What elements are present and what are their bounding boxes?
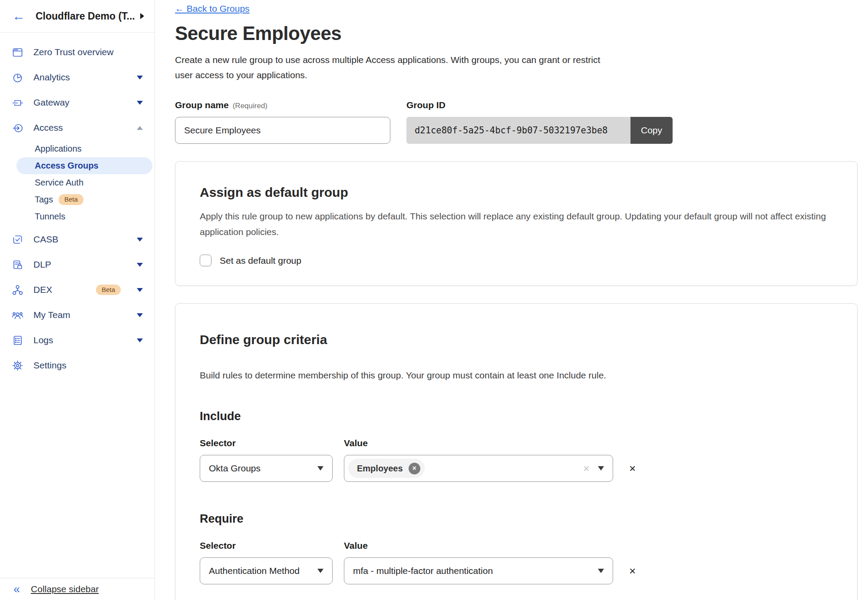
account-title: Cloudflare Demo (T... <box>36 10 140 22</box>
chevron-down-icon <box>137 288 143 292</box>
chevron-down-icon <box>317 466 323 471</box>
back-arrow-icon[interactable]: ← <box>12 10 25 23</box>
chevron-down-icon <box>137 338 143 342</box>
default-group-checkbox-row: Set as default group <box>200 255 833 266</box>
require-heading: Require <box>200 512 833 526</box>
group-id-group: d21ce80f-5a25-4bcf-9b07-5032197e3be8 Cop… <box>406 117 673 144</box>
chevron-down-icon <box>598 569 604 573</box>
group-name-input[interactable] <box>175 117 390 144</box>
sidebar: ← Cloudflare Demo (T... Zero Trust overv… <box>0 0 155 600</box>
require-rule-row: Selector Authentication Method Value mfa… <box>200 540 833 584</box>
remove-require-rule-icon[interactable]: × <box>629 565 636 577</box>
define-group-criteria-card: Define group criteria Build rules to det… <box>175 303 858 600</box>
sidebar-item-service-auth[interactable]: Service Auth <box>0 174 155 191</box>
chip-remove-icon[interactable]: × <box>409 463 420 474</box>
collapse-sidebar-button[interactable]: « Collapse sidebar <box>0 578 155 600</box>
multiselect-controls: × <box>583 463 604 474</box>
pie-chart-icon <box>12 72 23 83</box>
card-title: Define group criteria <box>200 332 833 347</box>
sidebar-item-access-groups[interactable]: Access Groups <box>17 157 152 174</box>
page-description: Create a new rule group to use across mu… <box>175 52 603 83</box>
card-title: Assign as default group <box>200 185 833 200</box>
sidebar-item-dlp[interactable]: DLP <box>0 252 155 277</box>
sidebar-item-tags[interactable]: Tags Beta <box>0 191 155 208</box>
sidebar-nav: Zero Trust overview Analytics Gateway Ac… <box>0 33 155 378</box>
back-to-groups-link[interactable]: ← Back to Groups <box>175 3 250 14</box>
people-icon <box>12 309 23 321</box>
sidebar-item-dex[interactable]: DEX Beta <box>0 277 155 302</box>
set-default-group-checkbox[interactable] <box>200 255 211 266</box>
require-selector-dropdown[interactable]: Authentication Method <box>200 557 333 584</box>
sidebar-item-my-team[interactable]: My Team <box>0 302 155 328</box>
document-lock-icon <box>12 259 23 271</box>
include-rule-row: Selector Okta Groups Value Employees × × <box>200 438 833 482</box>
card-description: Build rules to determine membership of t… <box>200 369 833 382</box>
network-molecule-icon <box>12 284 23 296</box>
require-value-dropdown[interactable]: mfa - multiple-factor authentication <box>344 557 613 584</box>
sidebar-header: ← Cloudflare Demo (T... <box>0 0 155 33</box>
chevron-down-icon <box>598 466 604 471</box>
required-hint: (Required) <box>233 102 267 110</box>
page-title: Secure Employees <box>175 23 863 44</box>
include-heading: Include <box>200 410 833 423</box>
chevron-down-icon <box>137 313 143 317</box>
chevron-down-icon <box>137 263 143 267</box>
sidebar-item-zero-trust-overview[interactable]: Zero Trust overview <box>0 40 155 65</box>
selector-label: Selector <box>200 540 333 551</box>
chevron-down-icon <box>137 101 143 105</box>
include-value-multiselect[interactable]: Employees × × <box>344 455 613 482</box>
access-submenu: Applications Access Groups Service Auth … <box>0 140 155 225</box>
assign-default-group-card: Assign as default group Apply this rule … <box>175 161 858 286</box>
chevron-right-icon[interactable] <box>140 13 144 19</box>
beta-badge: Beta <box>59 194 83 205</box>
sidebar-item-gateway[interactable]: Gateway <box>0 90 155 115</box>
chevron-down-icon <box>137 238 143 242</box>
sidebar-item-access[interactable]: Access <box>0 115 155 140</box>
employees-chip: Employees × <box>348 459 425 478</box>
access-login-icon <box>12 122 23 134</box>
sidebar-item-casb[interactable]: CASB <box>0 227 155 252</box>
gear-icon <box>12 360 23 371</box>
sidebar-item-applications[interactable]: Applications <box>0 140 155 157</box>
value-label: Value <box>344 540 613 551</box>
sidebar-item-tunnels[interactable]: Tunnels <box>0 208 155 225</box>
sidebar-item-settings[interactable]: Settings <box>0 353 155 378</box>
sidebar-item-analytics[interactable]: Analytics <box>0 65 155 90</box>
group-identity-row: Group name(Required) Group ID d21ce80f-5… <box>175 100 863 144</box>
beta-badge: Beta <box>96 285 121 295</box>
chevron-down-icon <box>137 76 143 80</box>
list-document-icon <box>12 335 23 346</box>
selector-label: Selector <box>200 438 333 448</box>
main-content: ← Back to Groups Secure Employees Create… <box>155 0 868 600</box>
checkbox-label: Set as default group <box>220 255 301 266</box>
group-id-value: d21ce80f-5a25-4bcf-9b07-5032197e3be8 <box>406 117 630 144</box>
browser-window-icon <box>12 46 23 58</box>
gateway-icon <box>12 97 23 109</box>
chevron-up-icon <box>137 126 143 130</box>
card-description: Apply this rule group to new application… <box>200 209 833 240</box>
include-selector-dropdown[interactable]: Okta Groups <box>200 455 333 482</box>
group-id-label: Group ID <box>406 100 673 110</box>
casb-sync-check-icon <box>12 234 23 245</box>
remove-include-rule-icon[interactable]: × <box>629 463 636 474</box>
collapse-chevrons-icon: « <box>13 583 20 595</box>
value-label: Value <box>344 438 613 448</box>
copy-button[interactable]: Copy <box>630 117 673 144</box>
sidebar-item-logs[interactable]: Logs <box>0 328 155 353</box>
group-name-label: Group name(Required) <box>175 100 390 110</box>
chevron-down-icon <box>317 569 323 573</box>
clear-icon[interactable]: × <box>583 463 590 474</box>
